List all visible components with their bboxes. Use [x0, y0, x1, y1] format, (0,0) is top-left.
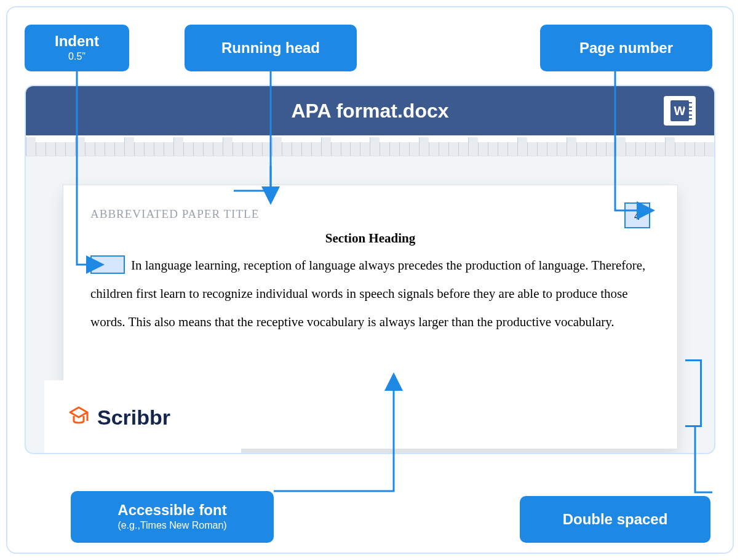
page-number-box: 4 [624, 202, 650, 228]
callout-double-spaced: Double spaced [520, 496, 710, 543]
callout-page-number-title: Page number [579, 41, 673, 55]
callout-indent-sub: 0.5" [68, 51, 86, 62]
scribbr-badge: Scribbr [44, 380, 241, 454]
callout-running-head-title: Running head [221, 41, 320, 55]
callout-page-number: Page number [540, 25, 712, 71]
ruler [26, 135, 714, 156]
scribbr-logo-text: Scribbr [97, 406, 170, 430]
running-head-text: ABBREVIATED PAPER TITLE [90, 207, 650, 221]
titlebar: APA format.docx W [26, 86, 714, 135]
callout-indent: Indent 0.5" [25, 25, 129, 71]
indent-highlight [90, 255, 125, 274]
callout-running-head: Running head [185, 25, 357, 71]
section-heading: Section Heading [90, 231, 650, 246]
callout-indent-title: Indent [55, 34, 99, 49]
scribbr-logo-icon [66, 405, 91, 430]
document-filename: APA format.docx [291, 100, 448, 122]
word-window: APA format.docx W ABBREVIATED PAPER TITL… [25, 85, 715, 454]
body-paragraph: In language learning, reception of langu… [90, 251, 650, 337]
body-text-content: In language learning, reception of langu… [90, 258, 645, 329]
callout-font-title: Accessible font [117, 503, 226, 518]
word-app-icon: W [664, 96, 696, 126]
callout-spaced-title: Double spaced [563, 512, 668, 527]
callout-accessible-font: Accessible font (e.g.,Times New Roman) [71, 491, 274, 543]
double-spaced-bracket [686, 359, 702, 427]
callout-font-sub: (e.g.,Times New Roman) [117, 520, 226, 531]
